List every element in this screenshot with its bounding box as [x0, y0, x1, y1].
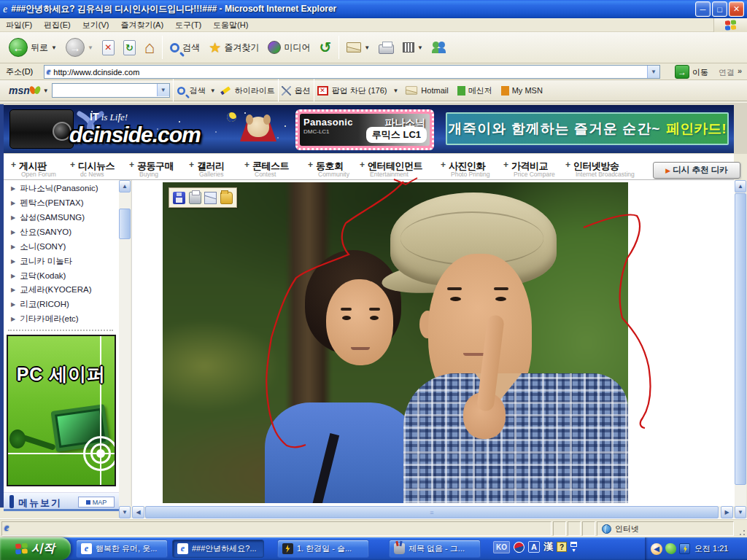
back-button[interactable]: ← 뒤로 ▼	[4, 34, 61, 61]
nav-dc-news[interactable]: +디시뉴스 dc News	[70, 160, 115, 173]
sidebar-item-sony[interactable]: ▶소니(SONY)	[11, 241, 66, 252]
refresh-button[interactable]	[119, 34, 140, 61]
nav-galleries[interactable]: +갤러리 Galleries	[189, 160, 225, 173]
msn-logo[interactable]: msn	[9, 85, 30, 96]
sidebar-item-ricoh[interactable]: ▶리코(RICOH)	[11, 299, 69, 310]
paincard-ad-banner[interactable]: 개죽이와 함께하는 즐거운 순간~ 페인카드!	[446, 112, 729, 145]
nav-buying[interactable]: +공동구매 Buying	[129, 160, 174, 173]
forward-button[interactable]: → ▼	[61, 34, 98, 61]
main-vertical-scrollbar[interactable]: ▲ ▼	[735, 180, 746, 518]
taskbar-task-paint[interactable]: 제목 없음 - 그...	[389, 540, 481, 558]
tray-collapse-chevron[interactable]: ◀	[651, 543, 662, 555]
messenger-button[interactable]	[427, 34, 451, 61]
nav-internet-broadcasting[interactable]: +인터넷방송 Internet Broadcasting	[565, 160, 619, 173]
maximize-button[interactable]: □	[712, 1, 727, 17]
panasonic-ad-banner[interactable]: Panasonic DMC-LC1 파나소닉 루믹스 LC1	[295, 109, 434, 150]
sidebar-item-kyocera[interactable]: ▶교세라(KYOCERA)	[11, 284, 92, 295]
menu-view-label[interactable]: 메뉴보기	[18, 497, 62, 510]
dcinside-banner[interactable]: IT is Life! dcinside.com Panasonic DMC-L…	[4, 105, 734, 153]
scroll-thumb[interactable]	[735, 193, 746, 485]
taskbar-task-dcinside[interactable]: e ###안녕하세요?...	[172, 540, 264, 558]
dc-recommend-camera-button[interactable]: ▶ 디시 추천 디카	[653, 162, 740, 179]
print-button[interactable]	[374, 34, 398, 61]
nav-contest[interactable]: +콘테스트 Contest	[244, 160, 289, 173]
sidebar-scroll-down-arrow[interactable]: ▼	[119, 506, 131, 518]
sidebar-item-sanyo[interactable]: ▶산요(SANYO)	[11, 227, 71, 238]
clock[interactable]: 오전 1:21	[694, 543, 728, 554]
go-label[interactable]: 이동	[692, 67, 708, 78]
tray-antivirus-icon[interactable]	[665, 543, 676, 554]
start-button[interactable]: 시작	[0, 537, 71, 560]
edit-dropdown-icon[interactable]: ▼	[417, 44, 423, 51]
popup-blocker-label[interactable]: 팝업 차단 (176)	[332, 85, 387, 96]
go-button[interactable]: →	[675, 65, 689, 79]
links-chevron[interactable]: »	[738, 66, 742, 75]
taskbar-task-humor[interactable]: e 행복한 유머, 웃...	[76, 540, 168, 558]
sidebar-item-pentax[interactable]: ▶펜탁스(PENTAX)	[11, 198, 83, 209]
ime-help-button[interactable]: ?	[557, 542, 567, 552]
address-dropdown-icon[interactable]: ▼	[647, 66, 659, 78]
stop-button[interactable]	[98, 34, 119, 61]
msn-dropdown-icon[interactable]: ▼	[43, 88, 49, 94]
forward-dropdown-icon[interactable]: ▼	[88, 44, 93, 51]
highlight-label[interactable]: 하이라이트	[235, 85, 275, 96]
favorites-button[interactable]: 즐겨찾기	[204, 34, 263, 61]
mail-dropdown-icon[interactable]: ▼	[364, 44, 370, 51]
history-button[interactable]	[314, 34, 336, 61]
mail-button[interactable]: ▼	[342, 34, 374, 61]
menu-help[interactable]: 도움말(H)	[207, 18, 254, 32]
popup-dropdown-icon[interactable]: ▼	[392, 88, 398, 94]
msn-search-label[interactable]: 검색	[190, 85, 206, 96]
scroll-up-arrow[interactable]: ▲	[119, 180, 131, 192]
msn-messenger-label[interactable]: 메신저	[468, 85, 492, 96]
ime-options[interactable]: ▼	[570, 542, 577, 553]
back-dropdown-icon[interactable]: ▼	[51, 44, 57, 51]
my-msn-label[interactable]: My MSN	[512, 86, 543, 95]
map-button[interactable]: MAP	[78, 497, 115, 508]
address-input[interactable]: e http://www.dcinside.com ▼	[44, 65, 660, 79]
taskbar-task-winamp[interactable]: 1. 한경일 - 슬...	[277, 540, 369, 558]
sidebar-item-etc[interactable]: ▶기타카메라(etc)	[11, 314, 79, 324]
scroll-up-arrow[interactable]: ▲	[735, 180, 746, 192]
nav-photo-printing[interactable]: +사진인화 Photo Printing	[441, 160, 485, 173]
nav-community[interactable]: +동호회 Community	[308, 160, 344, 173]
lang-mode-a[interactable]: A	[528, 541, 540, 553]
links-label[interactable]: 연결	[719, 67, 735, 78]
menu-tools[interactable]: 도구(T)	[169, 18, 207, 32]
hotmail-label[interactable]: Hotmail	[421, 86, 448, 95]
pc-safer-ad[interactable]: PC 세이퍼	[7, 335, 116, 486]
image-folder-icon[interactable]	[220, 192, 233, 204]
sidebar-item-kodak[interactable]: ▶코닥(Kodak)	[11, 271, 66, 281]
image-save-icon[interactable]	[173, 192, 185, 204]
dcinside-logo-text[interactable]: dcinside.com	[69, 122, 201, 147]
search-button[interactable]: 검색	[166, 34, 204, 61]
image-print-icon[interactable]	[189, 192, 201, 204]
menu-favorites[interactable]: 즐겨찾기(A)	[115, 18, 169, 32]
sidebar-item-samsung[interactable]: ▶삼성(SAMSUNG)	[11, 212, 85, 223]
msn-search-more-icon[interactable]: ▼	[210, 88, 216, 94]
resize-grip[interactable]	[737, 527, 746, 536]
tray-utility-icon[interactable]	[679, 543, 690, 554]
image-mail-icon[interactable]	[204, 192, 217, 204]
nav-entertainment[interactable]: +엔터테인먼트 Entertainment	[360, 160, 422, 173]
scroll-left-arrow[interactable]: ◀	[132, 506, 144, 518]
sidebar-item-konica-minolta[interactable]: ▶코니카 미놀타	[11, 256, 72, 267]
nav-open-forum[interactable]: +게시판 Open Forum	[11, 160, 47, 173]
edit-button[interactable]: ▼	[398, 34, 427, 61]
media-button[interactable]: 미디어	[263, 34, 314, 61]
msn-search-dropdown-icon[interactable]: ▼	[157, 84, 169, 96]
home-button[interactable]	[140, 34, 160, 61]
msn-search-input[interactable]: ▼	[52, 83, 170, 98]
scroll-thumb[interactable]	[145, 506, 719, 518]
close-button[interactable]: ✕	[729, 1, 744, 17]
menu-file[interactable]: 파일(F)	[0, 18, 38, 32]
nav-price-compare[interactable]: +가격비교 Price Compare	[503, 160, 548, 173]
sidebar-item-panasonic[interactable]: ▶파나소닉(Panasonic)	[11, 183, 98, 194]
sidebar-scrollbar[interactable]: ▲	[119, 180, 131, 506]
scroll-thumb[interactable]	[119, 209, 131, 239]
menu-view[interactable]: 보기(V)	[77, 18, 115, 32]
horizontal-scrollbar[interactable]: ◀ ▶	[131, 506, 734, 518]
korean-flag-icon[interactable]	[512, 540, 526, 554]
lang-hanja[interactable]: 漢	[543, 540, 553, 553]
minimize-button[interactable]: ─	[695, 1, 711, 17]
